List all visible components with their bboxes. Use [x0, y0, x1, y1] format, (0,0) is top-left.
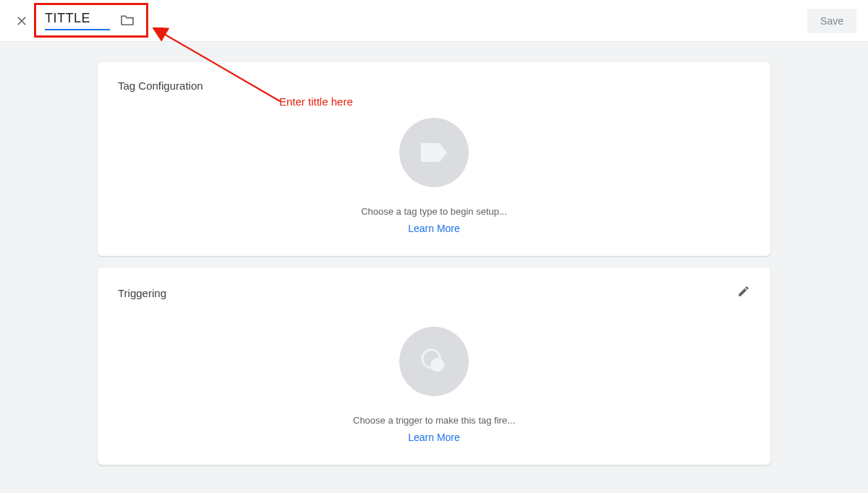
triggering-prompt: Choose a trigger to make this tag fire..…	[353, 415, 515, 426]
content-area: Tag Configuration Choose a tag type to b…	[0, 42, 868, 465]
trigger-icon	[399, 327, 469, 396]
triggering-title: Triggering	[118, 287, 166, 299]
folder-icon[interactable]	[120, 14, 135, 28]
title-wrap	[45, 11, 135, 30]
tag-config-title: Tag Configuration	[118, 80, 203, 92]
triggering-learn-more-link[interactable]: Learn More	[408, 432, 460, 443]
close-icon[interactable]	[12, 11, 32, 31]
tag-configuration-card[interactable]: Tag Configuration Choose a tag type to b…	[98, 62, 770, 256]
card-header: Tag Configuration	[118, 80, 750, 92]
tag-config-body: Choose a tag type to begin setup... Lear…	[118, 92, 750, 234]
tag-config-learn-more-link[interactable]: Learn More	[408, 223, 460, 234]
title-input[interactable]	[45, 11, 110, 30]
card-header: Triggering	[118, 285, 750, 301]
topbar: Save	[0, 0, 868, 42]
save-button[interactable]: Save	[807, 9, 856, 33]
triggering-body: Choose a trigger to make this tag fire..…	[118, 301, 750, 443]
triggering-card[interactable]: Triggering Choose a trigger to make this…	[98, 267, 770, 465]
tag-icon	[399, 118, 469, 187]
pencil-icon[interactable]	[737, 285, 750, 301]
svg-point-3	[430, 358, 444, 372]
tag-config-prompt: Choose a tag type to begin setup...	[361, 206, 507, 217]
